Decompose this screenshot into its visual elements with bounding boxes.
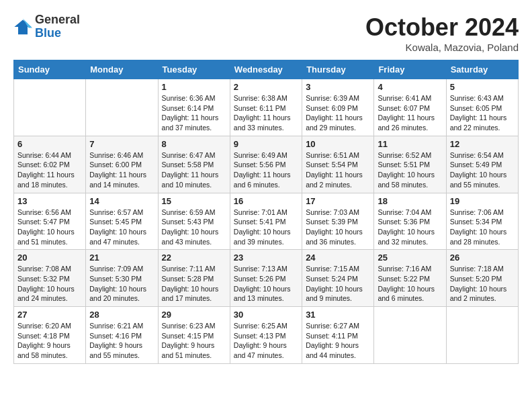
sunset-text: Sunset: 5:41 PM	[234, 217, 298, 227]
day-cell: 5 Sunrise: 6:43 AM Sunset: 6:05 PM Dayli…	[446, 79, 518, 136]
day-number: 22	[162, 253, 226, 263]
day-number: 1	[162, 82, 226, 92]
daylight-text: Daylight: 11 hours and 29 minutes.	[306, 113, 370, 132]
header-friday: Friday	[374, 60, 446, 79]
day-number: 27	[17, 310, 82, 320]
day-info: Sunrise: 6:36 AM Sunset: 6:14 PM Dayligh…	[162, 93, 226, 133]
sunrise-text: Sunrise: 6:54 AM	[450, 150, 515, 161]
day-info: Sunrise: 6:38 AM Sunset: 6:11 PM Dayligh…	[234, 93, 298, 133]
sunset-text: Sunset: 4:18 PM	[17, 331, 82, 341]
sunrise-text: Sunrise: 6:56 AM	[17, 208, 82, 218]
header-monday: Monday	[86, 60, 158, 79]
day-cell: 24 Sunrise: 7:15 AM Sunset: 5:24 PM Dayl…	[302, 250, 374, 307]
sunrise-text: Sunrise: 7:13 AM	[234, 264, 298, 274]
day-number: 17	[306, 196, 370, 206]
title-section: October 2024 Kowala, Mazovia, Poland	[365, 13, 519, 53]
sunset-text: Sunset: 5:28 PM	[162, 274, 226, 284]
sunset-text: Sunset: 6:02 PM	[17, 160, 82, 170]
day-number: 5	[450, 82, 515, 92]
day-cell	[374, 307, 446, 364]
sunrise-text: Sunrise: 6:46 AM	[89, 150, 154, 161]
header-row: Sunday Monday Tuesday Wednesday Thursday…	[14, 60, 519, 79]
day-info: Sunrise: 7:01 AM Sunset: 5:41 PM Dayligh…	[234, 208, 298, 247]
daylight-text: Daylight: 9 hours and 51 minutes.	[162, 340, 226, 360]
day-cell: 12 Sunrise: 6:54 AM Sunset: 5:49 PM Dayl…	[446, 136, 518, 193]
sunrise-text: Sunrise: 6:38 AM	[234, 93, 298, 103]
sunset-text: Sunset: 6:09 PM	[306, 103, 370, 113]
day-info: Sunrise: 7:15 AM Sunset: 5:24 PM Dayligh…	[306, 264, 370, 304]
sunset-text: Sunset: 5:30 PM	[89, 274, 154, 284]
sunrise-text: Sunrise: 6:57 AM	[89, 208, 154, 218]
day-info: Sunrise: 6:56 AM Sunset: 5:47 PM Dayligh…	[17, 208, 82, 247]
sunset-text: Sunset: 5:51 PM	[378, 160, 442, 170]
day-cell: 13 Sunrise: 6:56 AM Sunset: 5:47 PM Dayl…	[14, 193, 86, 250]
day-info: Sunrise: 7:06 AM Sunset: 5:34 PM Dayligh…	[450, 208, 515, 247]
sunrise-text: Sunrise: 7:04 AM	[378, 208, 442, 218]
sunrise-text: Sunrise: 7:01 AM	[234, 208, 298, 218]
day-cell: 10 Sunrise: 6:51 AM Sunset: 5:54 PM Dayl…	[302, 136, 374, 193]
sunrise-text: Sunrise: 6:41 AM	[378, 93, 442, 103]
day-number: 19	[450, 196, 515, 206]
day-cell: 28 Sunrise: 6:21 AM Sunset: 4:16 PM Dayl…	[86, 307, 158, 364]
day-number: 28	[89, 310, 154, 320]
page-header: General Blue October 2024 Kowala, Mazovi…	[13, 13, 519, 53]
sunrise-text: Sunrise: 7:18 AM	[450, 264, 515, 274]
day-number: 31	[306, 310, 370, 320]
sunset-text: Sunset: 4:15 PM	[162, 331, 226, 341]
day-cell: 6 Sunrise: 6:44 AM Sunset: 6:02 PM Dayli…	[14, 136, 86, 193]
daylight-text: Daylight: 9 hours and 55 minutes.	[89, 340, 154, 360]
day-cell: 30 Sunrise: 6:25 AM Sunset: 4:13 PM Dayl…	[230, 307, 302, 364]
daylight-text: Daylight: 10 hours and 28 minutes.	[450, 227, 515, 246]
day-number: 12	[450, 139, 515, 149]
day-number: 6	[17, 139, 82, 149]
daylight-text: Daylight: 10 hours and 9 minutes.	[306, 284, 370, 304]
daylight-text: Daylight: 10 hours and 47 minutes.	[89, 227, 154, 246]
day-cell: 21 Sunrise: 7:09 AM Sunset: 5:30 PM Dayl…	[86, 250, 158, 307]
daylight-text: Daylight: 10 hours and 2 minutes.	[450, 284, 515, 304]
daylight-text: Daylight: 10 hours and 32 minutes.	[378, 227, 442, 246]
sunrise-text: Sunrise: 6:20 AM	[17, 321, 82, 331]
sunset-text: Sunset: 5:26 PM	[234, 274, 298, 284]
day-info: Sunrise: 7:11 AM Sunset: 5:28 PM Dayligh…	[162, 264, 226, 304]
day-info: Sunrise: 7:16 AM Sunset: 5:22 PM Dayligh…	[378, 264, 442, 304]
daylight-text: Daylight: 11 hours and 22 minutes.	[450, 113, 515, 132]
day-number: 20	[17, 253, 82, 263]
sunset-text: Sunset: 5:54 PM	[306, 160, 370, 170]
day-info: Sunrise: 6:23 AM Sunset: 4:15 PM Dayligh…	[162, 321, 226, 361]
daylight-text: Daylight: 11 hours and 18 minutes.	[17, 170, 82, 189]
day-info: Sunrise: 6:46 AM Sunset: 6:00 PM Dayligh…	[89, 150, 154, 190]
location: Kowala, Mazovia, Poland	[365, 42, 519, 53]
sunset-text: Sunset: 5:39 PM	[306, 217, 370, 227]
day-number: 13	[17, 196, 82, 206]
sunset-text: Sunset: 5:43 PM	[162, 217, 226, 227]
daylight-text: Daylight: 10 hours and 58 minutes.	[378, 170, 442, 189]
sunrise-text: Sunrise: 6:44 AM	[17, 150, 82, 161]
day-number: 24	[306, 253, 370, 263]
sunset-text: Sunset: 6:05 PM	[450, 103, 515, 113]
day-info: Sunrise: 6:39 AM Sunset: 6:09 PM Dayligh…	[306, 93, 370, 133]
sunrise-text: Sunrise: 6:36 AM	[162, 93, 226, 103]
week-row-4: 20 Sunrise: 7:08 AM Sunset: 5:32 PM Dayl…	[14, 250, 519, 307]
calendar-table: Sunday Monday Tuesday Wednesday Thursday…	[13, 60, 519, 364]
day-cell: 8 Sunrise: 6:47 AM Sunset: 5:58 PM Dayli…	[158, 136, 230, 193]
daylight-text: Daylight: 11 hours and 10 minutes.	[162, 170, 226, 189]
day-number: 29	[162, 310, 226, 320]
day-info: Sunrise: 6:25 AM Sunset: 4:13 PM Dayligh…	[234, 321, 298, 361]
sunset-text: Sunset: 5:22 PM	[378, 274, 442, 284]
daylight-text: Daylight: 10 hours and 36 minutes.	[306, 227, 370, 246]
sunrise-text: Sunrise: 7:11 AM	[162, 264, 226, 274]
day-number: 16	[234, 196, 298, 206]
day-info: Sunrise: 7:03 AM Sunset: 5:39 PM Dayligh…	[306, 208, 370, 247]
day-cell: 16 Sunrise: 7:01 AM Sunset: 5:41 PM Dayl…	[230, 193, 302, 250]
daylight-text: Daylight: 11 hours and 37 minutes.	[162, 113, 226, 132]
sunrise-text: Sunrise: 6:49 AM	[234, 150, 298, 161]
day-cell: 29 Sunrise: 6:23 AM Sunset: 4:15 PM Dayl…	[158, 307, 230, 364]
sunset-text: Sunset: 4:11 PM	[306, 331, 370, 341]
day-cell: 17 Sunrise: 7:03 AM Sunset: 5:39 PM Dayl…	[302, 193, 374, 250]
week-row-1: 1 Sunrise: 6:36 AM Sunset: 6:14 PM Dayli…	[14, 79, 519, 136]
daylight-text: Daylight: 10 hours and 39 minutes.	[234, 227, 298, 246]
logo: General Blue	[13, 13, 80, 40]
daylight-text: Daylight: 10 hours and 51 minutes.	[17, 227, 82, 246]
day-info: Sunrise: 7:09 AM Sunset: 5:30 PM Dayligh…	[89, 264, 154, 304]
sunrise-text: Sunrise: 6:25 AM	[234, 321, 298, 331]
